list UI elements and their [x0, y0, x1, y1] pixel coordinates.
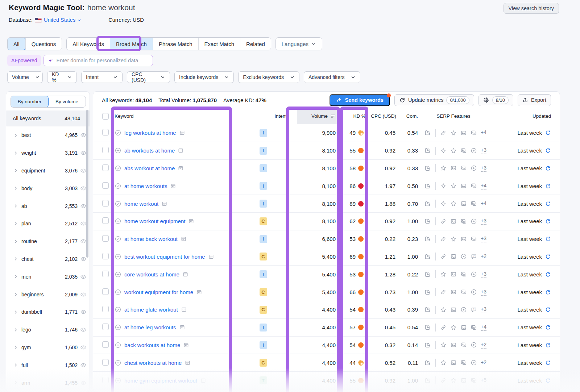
languages-dropdown[interactable]: Languages	[276, 38, 322, 50]
keyword-link[interactable]: abs workout at home	[124, 165, 175, 171]
keyword-added-icon[interactable]	[115, 129, 121, 136]
play-icon[interactable]	[471, 147, 477, 154]
keyword-link[interactable]: back workouts at home	[124, 342, 180, 348]
image-icon[interactable]	[450, 359, 457, 366]
chevron-right-icon[interactable]	[13, 292, 18, 297]
image-icon[interactable]	[450, 271, 457, 278]
select-all-checkbox[interactable]	[102, 113, 109, 120]
chevron-down-icon[interactable]	[113, 75, 118, 80]
eye-icon[interactable]	[80, 150, 87, 156]
refresh-metrics-icon[interactable]	[545, 324, 551, 330]
images-icon[interactable]	[460, 271, 467, 278]
chevron-down-icon[interactable]	[160, 75, 165, 80]
serp-more-features[interactable]: +2	[481, 359, 486, 366]
settings-button[interactable]: 8/10	[478, 94, 513, 106]
tab-phrase-match[interactable]: Phrase Match	[153, 38, 198, 50]
row-checkbox[interactable]	[102, 324, 109, 330]
chevron-right-icon[interactable]	[13, 133, 18, 138]
eye-icon[interactable]	[80, 167, 87, 174]
refresh-metrics-icon[interactable]	[545, 165, 551, 171]
keyword-link[interactable]: leg workouts at home	[124, 130, 176, 136]
chevron-right-icon[interactable]	[13, 274, 18, 279]
col-header-volume[interactable]: Volume	[297, 108, 340, 124]
row-checkbox[interactable]	[102, 341, 109, 348]
add-keyword-icon[interactable]	[115, 289, 121, 296]
image-icon[interactable]	[450, 306, 457, 313]
images-icon[interactable]	[471, 183, 477, 189]
serp-preview-icon[interactable]	[424, 306, 431, 313]
serp-snippet-icon[interactable]	[208, 254, 214, 260]
star-icon[interactable]	[440, 271, 447, 278]
image-icon[interactable]	[460, 183, 467, 189]
row-checkbox[interactable]	[102, 182, 109, 189]
image-icon[interactable]	[460, 200, 467, 207]
serp-preview-icon[interactable]	[424, 359, 431, 366]
serp-preview-icon[interactable]	[424, 235, 431, 242]
image-icon[interactable]	[450, 165, 457, 171]
star-icon[interactable]	[450, 147, 457, 154]
update-metrics-button[interactable]: Update metrics 0/1,000	[394, 94, 474, 106]
filter-intent[interactable]: Intent	[81, 71, 123, 83]
serp-preview-icon[interactable]	[424, 165, 431, 172]
sidebar-group-row[interactable]: ab2,553	[6, 197, 90, 215]
keyword-link[interactable]: at home back workout	[124, 236, 178, 242]
sidebar-group-row[interactable]: body3,003	[6, 179, 90, 197]
star-icon[interactable]	[440, 342, 447, 348]
serp-more-features[interactable]: +4	[481, 129, 486, 136]
row-checkbox[interactable]	[102, 306, 109, 312]
refresh-metrics-icon[interactable]	[545, 378, 551, 384]
image-icon[interactable]	[460, 377, 467, 384]
star-icon[interactable]	[450, 236, 457, 242]
question-icon[interactable]	[471, 253, 477, 260]
serp-preview-icon[interactable]	[424, 183, 431, 189]
refresh-metrics-icon[interactable]	[545, 130, 551, 136]
keyword-link[interactable]: home workout equipment	[124, 218, 185, 224]
row-checkbox[interactable]	[102, 377, 109, 383]
serp-preview-icon[interactable]	[424, 342, 431, 349]
eye-icon[interactable]	[80, 291, 87, 298]
serp-snippet-icon[interactable]	[182, 271, 188, 278]
sidebar-group-row[interactable]: equipment3,076	[6, 162, 90, 180]
image-icon[interactable]	[450, 218, 457, 225]
serp-snippet-icon[interactable]	[161, 201, 167, 207]
serp-more-features[interactable]: +4	[481, 183, 486, 189]
keyword-link[interactable]: core workouts at home	[124, 271, 179, 278]
row-checkbox[interactable]	[102, 217, 109, 224]
row-checkbox[interactable]	[102, 253, 109, 259]
star-icon[interactable]	[450, 130, 457, 136]
chevron-down-icon[interactable]	[351, 75, 356, 80]
row-checkbox[interactable]	[102, 164, 109, 171]
domain-input[interactable]	[57, 58, 149, 63]
sparkle-icon[interactable]	[440, 200, 447, 207]
col-header-intent[interactable]: Intent	[240, 108, 287, 124]
add-keyword-icon[interactable]	[115, 218, 121, 225]
serp-more-features[interactable]: +4	[481, 324, 486, 331]
keyword-link[interactable]: at home leg workouts	[124, 324, 176, 330]
link-icon[interactable]	[440, 377, 447, 384]
chevron-right-icon[interactable]	[13, 221, 18, 226]
serp-snippet-icon[interactable]	[181, 236, 187, 242]
col-header-com[interactable]: Com.	[396, 108, 419, 124]
filter-volume[interactable]: Volume	[7, 71, 43, 83]
link-icon[interactable]	[440, 236, 447, 242]
chevron-right-icon[interactable]	[13, 363, 18, 367]
refresh-metrics-icon[interactable]	[545, 254, 551, 260]
toggle-by-number[interactable]: By number	[11, 96, 49, 108]
images-icon[interactable]	[460, 218, 467, 225]
col-header-kd[interactable]: KD %	[340, 108, 369, 124]
play-icon[interactable]	[471, 342, 477, 348]
chevron-right-icon[interactable]	[13, 328, 18, 332]
images-icon[interactable]	[471, 200, 477, 207]
chevron-right-icon[interactable]	[13, 168, 18, 173]
row-checkbox[interactable]	[102, 129, 109, 135]
serp-preview-icon[interactable]	[424, 129, 431, 136]
play-icon[interactable]	[471, 165, 477, 171]
row-checkbox[interactable]	[102, 359, 109, 366]
serp-more-features[interactable]: +4	[481, 200, 486, 207]
sidebar-group-row[interactable]: arm1,455	[6, 374, 90, 392]
sidebar-group-row[interactable]: lego1,746	[6, 321, 90, 339]
link-icon[interactable]	[440, 289, 447, 295]
keyword-added-icon[interactable]	[115, 183, 121, 189]
play-icon[interactable]	[460, 253, 467, 260]
send-keywords-button[interactable]: Send keywords	[330, 94, 390, 106]
